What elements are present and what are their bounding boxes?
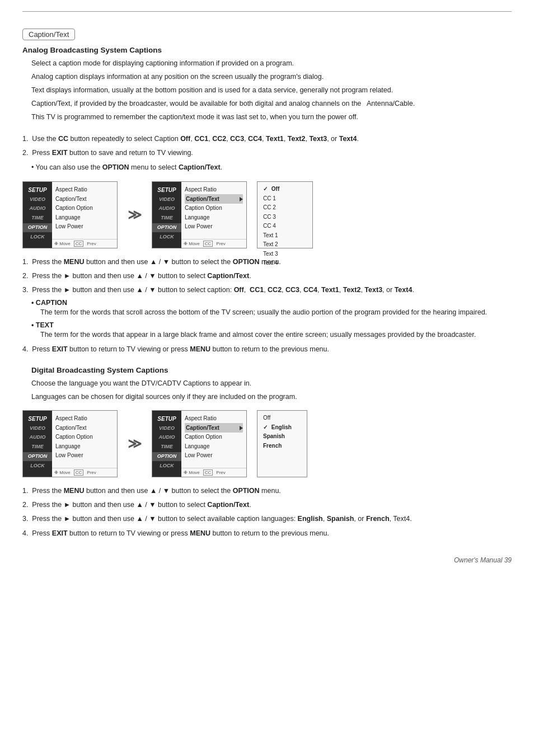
menu-box-left-1: SETUP VIDEO AUDIO TIME OPTION LOCK Aspec… bbox=[22, 181, 118, 248]
digital-heading: Digital Broadcasting System Captions bbox=[31, 366, 512, 374]
step-2-analog: 2. Press EXIT button to save and return … bbox=[22, 147, 512, 159]
digital-body-2: Languages can be chosen for digital sour… bbox=[31, 391, 512, 402]
arrow-1: ≫ bbox=[128, 207, 142, 223]
digital-body-1: Choose the language you want the DTV/CAD… bbox=[31, 378, 512, 389]
top-rule bbox=[22, 11, 512, 12]
submenu-box-2: Off ✓ English Spanish French bbox=[257, 410, 307, 477]
body-text-5: This TV is programmed to remember the ca… bbox=[31, 111, 512, 123]
diagram-2: SETUP VIDEO AUDIO TIME OPTION LOCK Aspec… bbox=[22, 410, 512, 477]
option-step-1-3: 3. Press the ► button and then use ▲ / ▼… bbox=[22, 284, 512, 296]
text-bullet-section: • TEXT The term for the words that appea… bbox=[31, 321, 512, 340]
bullet-option: • You can also use the OPTION menu to se… bbox=[31, 162, 512, 173]
menu-box-right-1: SETUP VIDEO AUDIO TIME OPTION LOCK Aspec… bbox=[152, 181, 247, 248]
caption-bullet-section: • CAPTION The term for the words that sc… bbox=[31, 299, 512, 318]
step-4-analog: 4. Press EXIT button to return to TV vie… bbox=[22, 344, 512, 355]
step-1-analog: 1. Use the CC button repeatedly to selec… bbox=[22, 133, 512, 145]
menu-box-right-2: SETUP VIDEO AUDIO TIME OPTION LOCK Aspec… bbox=[152, 410, 247, 477]
page-footer: Owner's Manual 39 bbox=[22, 556, 512, 564]
body-text-3: Text displays information, usually at th… bbox=[31, 84, 512, 96]
body-text-2: Analog caption displays information at a… bbox=[31, 71, 512, 82]
digital-step-3: 3. Press the ► button and then use ▲ / ▼… bbox=[22, 513, 512, 525]
digital-step-4: 4. Press EXIT button to return to TV vie… bbox=[22, 528, 512, 539]
submenu-box-1: ✓ Off CC 1 CC 2 CC 3 CC 4 Text 1 Text 2 … bbox=[257, 181, 313, 248]
body-text-4: Caption/Text, if provided by the broadca… bbox=[31, 98, 512, 109]
digital-step-1: 1. Press the MENU button and then use ▲ … bbox=[22, 485, 512, 497]
caption-text-tab: Caption/Text bbox=[22, 29, 75, 40]
option-step-1-2: 2. Press the ► button and then use ▲ / ▼… bbox=[22, 270, 512, 282]
analog-heading: Analog Broadcasting System Captions bbox=[22, 46, 512, 54]
menu-box-left-2: SETUP VIDEO AUDIO TIME OPTION LOCK Aspec… bbox=[22, 410, 118, 477]
body-text-1: Select a caption mode for displaying cap… bbox=[31, 58, 512, 69]
diagram-1: SETUP VIDEO AUDIO TIME OPTION LOCK Aspec… bbox=[22, 181, 512, 248]
arrow-2: ≫ bbox=[128, 436, 142, 452]
digital-step-2: 2. Press the ► button and then use ▲ / ▼… bbox=[22, 499, 512, 511]
